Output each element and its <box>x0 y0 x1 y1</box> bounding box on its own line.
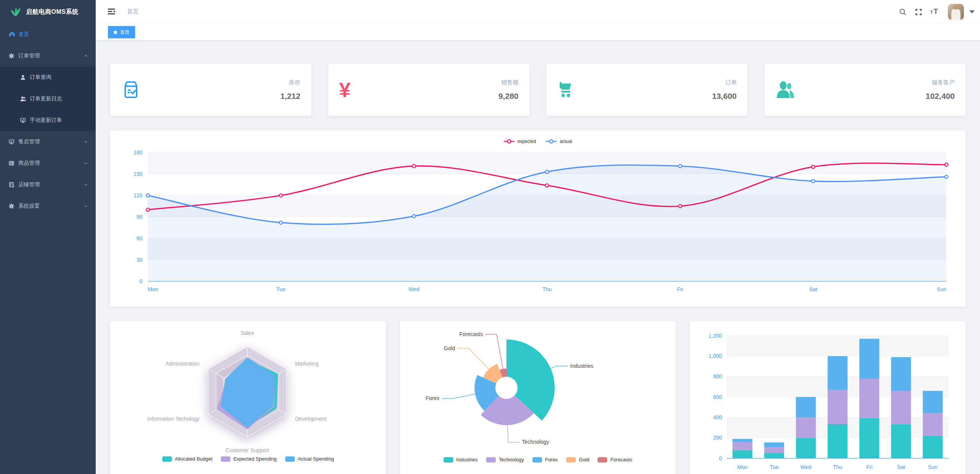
svg-text:Mon: Mon <box>148 286 158 292</box>
svg-text:120: 120 <box>134 192 143 198</box>
caret-down-icon[interactable] <box>969 10 975 13</box>
svg-text:Sales: Sales <box>240 330 254 336</box>
app-logo[interactable]: 启航电商OMS系统 <box>0 0 96 24</box>
tab-home[interactable]: 首页 <box>108 26 135 38</box>
radar-chart-legend: Allocated BudgetExpected SpendingActual … <box>114 456 382 462</box>
radar-chart-canvas: SalesMarketingDevelopmentCustomer Suppor… <box>114 326 382 455</box>
sidebar-item-manual-order-update[interactable]: 手动更新订单 <box>0 110 96 131</box>
svg-text:1,200: 1,200 <box>709 333 722 339</box>
bottom-charts-row: SalesMarketingDevelopmentCustomer Suppor… <box>110 321 965 474</box>
sidebar-item-aftersales[interactable]: 售后管理 <box>0 131 96 153</box>
cart-icon <box>557 80 584 100</box>
stat-card-inventory[interactable]: 库存 1,212 <box>110 64 311 116</box>
search-icon[interactable] <box>899 8 907 16</box>
svg-text:180: 180 <box>134 149 143 156</box>
sidebar-item-label: 订单查询 <box>30 74 51 81</box>
legend-item[interactable]: actual <box>546 139 572 144</box>
line-chart-canvas: 0306090120150180MonTueWedThuFriSatSun <box>118 148 958 298</box>
svg-text:Customer Support: Customer Support <box>225 447 269 453</box>
legend-item[interactable]: Forecasts <box>598 457 632 463</box>
hamburger-icon[interactable] <box>107 7 116 16</box>
svg-text:400: 400 <box>713 414 722 420</box>
dashboard-icon <box>8 31 18 38</box>
legend-item[interactable]: Technology <box>486 457 524 463</box>
sidebar-item-label: 订单管理 <box>18 52 40 59</box>
pie-chart-card: IndustriesTechnologyForexGoldForecasts I… <box>400 321 676 474</box>
svg-text:Industries: Industries <box>570 363 593 369</box>
ledger-icon <box>8 182 18 188</box>
stat-value: 102,400 <box>926 92 955 101</box>
fullscreen-icon[interactable] <box>915 8 923 16</box>
svg-text:Tue: Tue <box>769 464 779 470</box>
svg-text:90: 90 <box>136 214 142 220</box>
svg-text:T: T <box>934 8 938 15</box>
svg-text:Sun: Sun <box>937 286 946 292</box>
stat-card-orders[interactable]: 订单 13,600 <box>547 64 748 116</box>
sidebar-item-label: 售后管理 <box>18 138 40 145</box>
sidebar-item-products[interactable]: 商品管理 <box>0 153 96 174</box>
font-size-icon[interactable]: T T <box>930 8 940 16</box>
svg-text:Mon: Mon <box>737 464 748 470</box>
svg-text:Administration: Administration <box>166 361 200 367</box>
line-chart-card: expectedactual 0306090120150180MonTueWed… <box>110 130 965 307</box>
svg-text:600: 600 <box>713 394 722 400</box>
legend-item[interactable]: Expected Spending <box>221 456 277 462</box>
radar-chart-card: SalesMarketingDevelopmentCustomer Suppor… <box>110 321 386 474</box>
sidebar-item-home[interactable]: 首页 <box>0 24 96 45</box>
app-title: 启航电商OMS系统 <box>26 8 78 16</box>
stat-card-customers[interactable]: 服务客户 102,400 <box>764 64 965 116</box>
svg-text:Forex: Forex <box>426 395 439 401</box>
breadcrumb: 首页 <box>127 8 139 15</box>
svg-text:200: 200 <box>713 435 722 441</box>
legend-item[interactable]: Gold <box>566 457 589 463</box>
chevron-down-icon <box>83 161 88 166</box>
stat-label: 服务客户 <box>926 79 955 86</box>
sidebar-item-label: 订单更新日志 <box>30 95 62 102</box>
chevron-down-icon <box>83 139 88 144</box>
legend-item[interactable]: expected <box>504 139 536 144</box>
tab-label: 首页 <box>120 29 129 36</box>
sidebar-submenu-order: 订单查询 订单更新日志 手动更新订单 <box>0 67 96 131</box>
user-icon <box>20 74 30 80</box>
stat-value: 1,212 <box>280 92 301 101</box>
users-solid-icon <box>775 80 802 100</box>
sidebar-item-settings[interactable]: 系统设置 <box>0 195 96 217</box>
svg-text:150: 150 <box>134 171 143 177</box>
pie-chart-legend: IndustriesTechnologyForexGoldForecasts <box>404 457 672 463</box>
yen-icon: ¥ <box>339 79 366 100</box>
legend-item[interactable]: Actual Spending <box>285 456 334 462</box>
stat-label: 订单 <box>712 79 737 86</box>
svg-text:Thu: Thu <box>833 464 842 470</box>
svg-text:Fri: Fri <box>677 286 683 292</box>
bar-chart-canvas: MonTueWedThuFriSatSun02004006008001,0001… <box>694 326 962 474</box>
pie-chart-canvas: IndustriesTechnologyForexGoldForecasts <box>404 326 672 456</box>
svg-text:Wed: Wed <box>408 286 420 292</box>
tag-view-bar: 首页 <box>96 24 980 41</box>
stats-row: 库存 1,212 ¥ 销售额 9,280 <box>110 64 965 116</box>
svg-text:Development: Development <box>295 416 327 422</box>
top-header: 首页 T T <box>96 0 980 24</box>
bar-chart-card: MonTueWedThuFriSatSun02004006008001,0001… <box>690 321 965 474</box>
stat-card-sales[interactable]: ¥ 销售额 9,280 <box>328 64 529 116</box>
sidebar-item-shops[interactable]: 店铺管理 <box>0 174 96 195</box>
sidebar-item-label: 商品管理 <box>18 160 40 167</box>
users-icon <box>20 96 30 102</box>
legend-item[interactable]: Allocated Budget <box>162 456 212 462</box>
sprout-leaf-icon <box>10 7 21 17</box>
sidebar-item-order-query[interactable]: 订单查询 <box>0 67 96 88</box>
main-content: 库存 1,212 ¥ 销售额 9,280 <box>96 41 980 474</box>
svg-text:0: 0 <box>139 278 142 284</box>
svg-text:0: 0 <box>719 455 722 461</box>
svg-text:Gold: Gold <box>444 345 455 351</box>
avatar[interactable] <box>948 4 964 20</box>
sidebar-item-order-management[interactable]: 订单管理 <box>0 45 96 67</box>
svg-text:60: 60 <box>136 235 142 241</box>
svg-text:Information Techology: Information Techology <box>147 416 200 422</box>
legend-item[interactable]: Forex <box>532 457 558 463</box>
sidebar-item-order-update-log[interactable]: 订单更新日志 <box>0 88 96 110</box>
legend-item[interactable]: Industries <box>444 457 478 463</box>
stat-value: 13,600 <box>712 92 737 101</box>
chevron-down-icon <box>83 182 88 187</box>
chevron-down-icon <box>83 204 88 208</box>
sidebar-item-label: 店铺管理 <box>18 181 40 188</box>
